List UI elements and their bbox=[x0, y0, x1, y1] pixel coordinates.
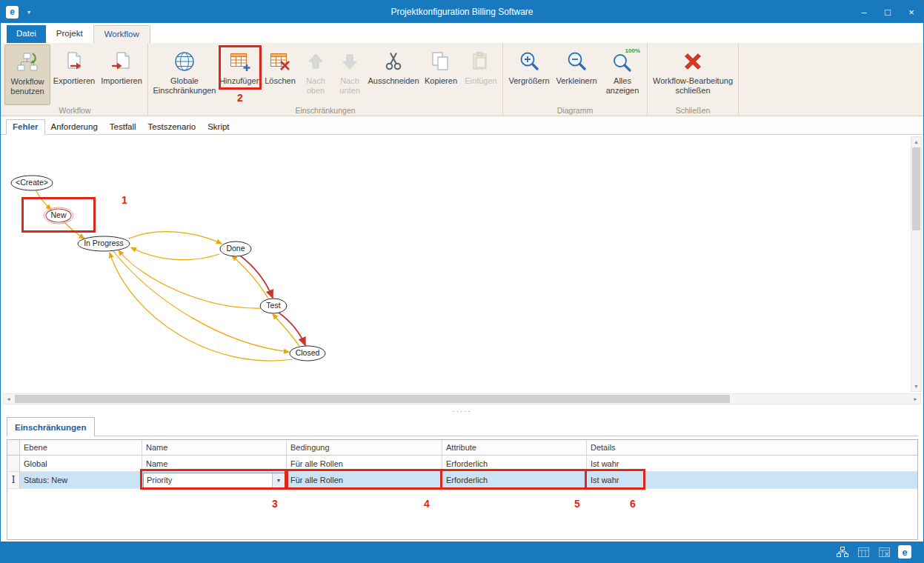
button-label: Ausschneiden bbox=[368, 76, 419, 86]
importieren-button[interactable]: Importieren bbox=[98, 44, 145, 105]
table-add-icon bbox=[229, 48, 251, 75]
node-test[interactable]: Test bbox=[260, 299, 287, 313]
workflow-status-icon[interactable] bbox=[836, 545, 849, 559]
tab-workflow[interactable]: Workflow bbox=[93, 25, 150, 43]
edge-done-inprogress bbox=[131, 247, 219, 260]
quick-access-chevron-icon[interactable]: ▾ bbox=[27, 9, 30, 16]
exportieren-button[interactable]: Exportieren bbox=[50, 44, 98, 105]
node-create[interactable]: <Create> bbox=[11, 176, 53, 190]
cell-ebene[interactable]: Global bbox=[20, 456, 142, 472]
edge-create-new bbox=[36, 190, 51, 210]
hinzufuegen-button[interactable]: Hinzufügen 2 bbox=[219, 44, 262, 105]
annotation-number-6: 6 bbox=[630, 498, 636, 510]
app-logo-small-icon[interactable]: e bbox=[898, 545, 911, 559]
status-bar: e bbox=[1, 542, 923, 562]
table-status-icon[interactable] bbox=[857, 545, 870, 559]
column-header-details[interactable]: Details bbox=[587, 440, 917, 456]
tab-anforderung[interactable]: Anforderung bbox=[45, 120, 104, 134]
row-selector[interactable] bbox=[7, 456, 20, 472]
scroll-right-arrow-icon[interactable]: ► bbox=[911, 394, 920, 404]
cell-name[interactable]: Name bbox=[142, 456, 287, 472]
horizontal-scrollbar[interactable]: ◄ ► bbox=[3, 393, 921, 404]
close-button[interactable]: × bbox=[900, 1, 923, 23]
horizontal-scroll-thumb[interactable] bbox=[15, 395, 730, 403]
column-header-ebene[interactable]: Ebene bbox=[20, 440, 142, 456]
tab-fehler[interactable]: Fehler bbox=[6, 119, 45, 135]
workflow-bearbeitung-schliessen-button[interactable]: Workflow-Bearbeitung schließen bbox=[650, 44, 736, 105]
globale-einschraenkungen-button[interactable]: Globale Einschränkungen bbox=[150, 44, 219, 105]
tabstrip-line bbox=[7, 436, 918, 436]
button-label: Globale Einschränkungen bbox=[150, 76, 219, 95]
column-header-attribute[interactable]: Attribute bbox=[442, 440, 587, 456]
node-closed-label: Closed bbox=[296, 348, 320, 357]
row-selector-header[interactable] bbox=[7, 440, 20, 456]
button-label: Einfügen bbox=[465, 76, 496, 86]
kopieren-button[interactable]: Kopieren bbox=[420, 44, 462, 105]
vergroessern-button[interactable]: Vergrößern bbox=[505, 44, 553, 105]
row-selector-editing[interactable]: I bbox=[7, 472, 20, 489]
tab-testfall[interactable]: Testfall bbox=[104, 120, 142, 134]
combobox-dropdown-button[interactable]: ▾ bbox=[272, 473, 285, 487]
constraints-table: Ebene Name Bedingung Attribute Details G… bbox=[7, 439, 918, 540]
annotation-number-4: 4 bbox=[424, 498, 430, 510]
diagram-canvas[interactable]: <Create> New In Progress Done Test C bbox=[1, 135, 923, 405]
node-done[interactable]: Done bbox=[220, 241, 251, 256]
table-delete-icon bbox=[269, 48, 291, 75]
cell-details[interactable]: Ist wahr bbox=[587, 472, 917, 489]
cell-ebene[interactable]: Status: New bbox=[20, 472, 142, 489]
edit-row-indicator-icon: I bbox=[12, 475, 16, 485]
ribbon-group-diagramm-buttons: Vergrößern Verkleinern 100% bbox=[505, 44, 645, 105]
name-combobox[interactable]: Priority ▾ bbox=[143, 473, 285, 488]
import-icon bbox=[110, 48, 133, 75]
arrow-down-icon bbox=[339, 48, 361, 75]
node-closed[interactable]: Closed bbox=[290, 346, 325, 361]
scroll-left-arrow-icon[interactable]: ◄ bbox=[4, 394, 13, 404]
maximize-button[interactable]: □ bbox=[876, 1, 900, 23]
tab-datei[interactable]: Datei bbox=[7, 25, 46, 43]
vertical-scrollbar[interactable]: ▲ ▼ bbox=[911, 136, 922, 392]
cell-details[interactable]: Ist wahr bbox=[587, 456, 917, 472]
close-red-icon bbox=[681, 48, 705, 75]
app-logo-icon[interactable]: e bbox=[6, 6, 19, 19]
scroll-up-arrow-icon[interactable]: ▲ bbox=[911, 137, 921, 147]
alles-anzeigen-button[interactable]: 100% Alles anzeigen bbox=[600, 44, 645, 105]
scroll-down-arrow-icon[interactable]: ▼ bbox=[911, 382, 921, 391]
annotation-number-1: 1 bbox=[122, 194, 127, 206]
workflow-benutzen-button[interactable]: Workflow benutzen bbox=[4, 44, 50, 105]
verkleinern-button[interactable]: Verkleinern bbox=[553, 44, 600, 105]
table-row-global[interactable]: Global Name Für alle Rollen Erforderlich… bbox=[7, 456, 917, 472]
cell-bedingung[interactable]: Für alle Rollen bbox=[287, 472, 442, 489]
tab-skript[interactable]: Skript bbox=[202, 120, 235, 134]
title-bar: e ▾ Projektkonfiguration Billing Softwar… bbox=[1, 1, 923, 23]
panel-splitter[interactable]: ..... bbox=[1, 405, 923, 417]
node-in-progress-label: In Progress bbox=[84, 239, 124, 247]
ribbon-group-workflow: Workflow benutzen Exportieren bbox=[2, 43, 148, 116]
tab-projekt[interactable]: Projekt bbox=[46, 25, 93, 43]
button-label: Löschen bbox=[265, 76, 296, 86]
minimize-button[interactable]: – bbox=[852, 1, 876, 23]
ribbon-group-einschraenkungen: Globale Einschränkungen Hinzufügen 2 bbox=[148, 43, 503, 116]
splitter-dots: ..... bbox=[453, 404, 471, 413]
document-tab-bar: Fehler Anforderung Testfall Testszenario… bbox=[1, 116, 923, 135]
loeschen-button[interactable]: Löschen bbox=[262, 44, 299, 105]
table-close-status-icon[interactable] bbox=[877, 545, 891, 559]
node-new[interactable]: New bbox=[44, 207, 73, 224]
einfuegen-button: Einfügen bbox=[462, 44, 500, 105]
workflow-use-icon bbox=[16, 49, 39, 76]
ausschneiden-button[interactable]: Ausschneiden bbox=[367, 44, 420, 105]
column-header-bedingung[interactable]: Bedingung bbox=[287, 440, 442, 456]
column-header-name[interactable]: Name bbox=[142, 440, 287, 456]
vertical-scroll-thumb[interactable] bbox=[912, 147, 920, 230]
group-label-einschraenkungen: Einschränkungen bbox=[148, 106, 502, 115]
cell-bedingung[interactable]: Für alle Rollen bbox=[287, 456, 442, 472]
cell-attribute[interactable]: Erforderlich bbox=[442, 456, 587, 472]
tab-einschraenkungen[interactable]: Einschränkungen bbox=[7, 417, 95, 436]
chevron-down-icon: ▾ bbox=[277, 477, 280, 484]
cell-attribute[interactable]: Erforderlich bbox=[442, 472, 587, 489]
button-label: Hinzufügen bbox=[219, 76, 261, 86]
nach-oben-button: Nach oben bbox=[299, 44, 333, 105]
tab-testszenario[interactable]: Testszenario bbox=[142, 120, 202, 134]
node-test-label: Test bbox=[266, 301, 280, 310]
node-in-progress[interactable]: In Progress bbox=[78, 236, 130, 251]
table-row-status-new[interactable]: I Status: New Priority ▾ Für alle Rollen… bbox=[7, 472, 917, 489]
